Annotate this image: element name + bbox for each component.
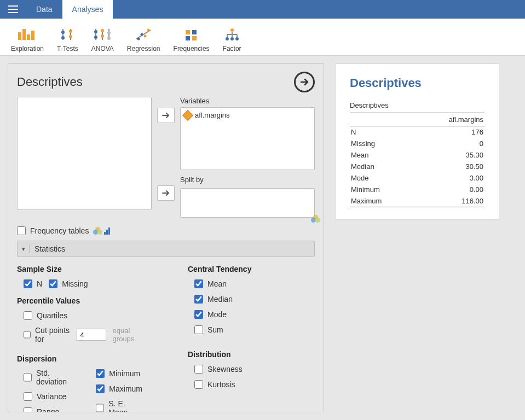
tab-analyses[interactable]: Analyses xyxy=(62,0,113,19)
results-row-value: 3.00 xyxy=(413,172,484,184)
results-title: Descriptives xyxy=(350,76,484,90)
svg-rect-0 xyxy=(8,5,18,7)
semean-checkbox[interactable] xyxy=(96,404,104,412)
svg-point-24 xyxy=(141,33,143,36)
svg-point-9 xyxy=(61,36,65,39)
std-label: Std. deviation xyxy=(36,369,79,386)
svg-rect-6 xyxy=(31,31,34,40)
freq-tables-checkbox[interactable] xyxy=(17,226,26,235)
results-row-value: 176 xyxy=(413,126,484,138)
sum-label: Sum xyxy=(207,325,223,334)
anova-icon xyxy=(92,25,113,44)
top-bar: Data Analyses xyxy=(0,0,525,19)
svg-point-38 xyxy=(235,37,239,40)
move-to-splitby-button[interactable] xyxy=(157,185,175,201)
sum-checkbox[interactable] xyxy=(194,325,203,334)
median-label: Median xyxy=(207,295,233,304)
ribbon-anova[interactable]: ANOVA xyxy=(85,19,120,55)
tab-data[interactable]: Data xyxy=(26,0,62,19)
n-checkbox[interactable] xyxy=(24,279,32,288)
results-row-label: Mode xyxy=(350,172,413,184)
arrow-right-icon xyxy=(162,190,170,196)
regression-icon xyxy=(134,25,153,44)
continuous-var-icon xyxy=(182,110,193,121)
variable-name: afl.margins xyxy=(195,111,230,119)
results-row-label: Maximum xyxy=(350,195,413,207)
freq-tables-label: Frequency tables xyxy=(30,226,89,235)
std-checkbox[interactable] xyxy=(24,373,32,382)
svg-point-26 xyxy=(147,28,150,31)
statistics-section-toggle[interactable]: ▾ Statistics xyxy=(17,241,315,257)
results-row: Mean35.30 xyxy=(350,149,484,161)
results-row: Minimum0.00 xyxy=(350,184,484,195)
ribbon-regression[interactable]: Regression xyxy=(120,19,167,55)
ribbon-label: Frequencies xyxy=(174,45,210,52)
results-row: Median30.50 xyxy=(350,161,484,172)
collapse-button[interactable] xyxy=(294,72,315,92)
mode-checkbox[interactable] xyxy=(194,310,203,319)
factor-icon xyxy=(224,25,240,44)
skewness-checkbox[interactable] xyxy=(194,365,203,374)
ribbon-label: Exploration xyxy=(11,45,44,52)
results-row-label: N xyxy=(350,126,413,138)
missing-label: Missing xyxy=(62,279,88,288)
maximum-checkbox[interactable] xyxy=(96,384,105,393)
ribbon-factor[interactable]: Factor xyxy=(216,19,248,55)
svg-rect-3 xyxy=(18,32,21,40)
menu-button[interactable] xyxy=(0,0,26,19)
svg-point-21 xyxy=(107,37,111,40)
range-checkbox[interactable] xyxy=(24,407,32,412)
variance-checkbox[interactable] xyxy=(24,392,32,401)
cutpoints-suffix: equal groups xyxy=(113,326,144,343)
ttests-icon xyxy=(59,25,76,44)
ribbon-frequencies[interactable]: Frequencies xyxy=(167,19,216,55)
group-sample-size: Sample Size xyxy=(17,265,144,273)
svg-point-23 xyxy=(137,37,140,40)
exploration-icon xyxy=(17,25,38,44)
chevron-down-icon: ▾ xyxy=(22,246,25,253)
available-variables-list[interactable] xyxy=(17,97,152,210)
svg-point-31 xyxy=(230,28,234,32)
ribbon-ttests[interactable]: T-Tests xyxy=(50,19,85,55)
results-row-value: 30.50 xyxy=(413,161,484,172)
ordinal-icon xyxy=(104,228,110,235)
variable-item[interactable]: afl.margins xyxy=(184,111,311,119)
svg-rect-27 xyxy=(186,30,190,34)
results-row-value: 0.00 xyxy=(413,184,484,195)
kurtosis-checkbox[interactable] xyxy=(194,380,203,389)
median-checkbox[interactable] xyxy=(194,295,203,304)
mean-checkbox[interactable] xyxy=(194,279,203,288)
variables-list[interactable]: afl.margins xyxy=(180,107,315,170)
hamburger-icon xyxy=(8,5,18,13)
svg-rect-30 xyxy=(192,36,197,40)
ribbon-exploration[interactable]: Exploration xyxy=(4,19,50,55)
quartiles-checkbox[interactable] xyxy=(24,311,32,320)
minimum-label: Minimum xyxy=(109,369,140,378)
cutpoints-input[interactable] xyxy=(77,329,106,341)
svg-point-11 xyxy=(69,30,72,33)
semean-label: S. E. Mean xyxy=(108,399,144,412)
splitby-label: Split by xyxy=(180,176,315,184)
move-to-variables-button[interactable] xyxy=(157,108,175,123)
n-label: N xyxy=(37,279,42,288)
maximum-label: Maximum xyxy=(109,384,142,393)
splitby-list[interactable] xyxy=(180,188,315,218)
ribbon-label: Factor xyxy=(223,45,241,52)
svg-point-8 xyxy=(61,31,65,34)
range-label: Range xyxy=(37,407,59,412)
svg-rect-2 xyxy=(8,12,18,13)
svg-point-20 xyxy=(107,31,111,34)
svg-point-12 xyxy=(69,35,72,38)
svg-point-15 xyxy=(94,36,97,39)
missing-checkbox[interactable] xyxy=(49,279,57,288)
svg-point-17 xyxy=(101,29,104,32)
mode-label: Mode xyxy=(207,310,227,319)
results-row-value: 35.30 xyxy=(413,149,484,161)
cutpoints-checkbox[interactable] xyxy=(24,330,31,339)
section-title: Statistics xyxy=(34,244,65,253)
results-row-label: Mean xyxy=(350,149,413,161)
skewness-label: Skewness xyxy=(207,365,243,374)
ribbon-label: ANOVA xyxy=(91,45,114,52)
minimum-checkbox[interactable] xyxy=(96,369,105,378)
group-distribution: Distribution xyxy=(188,350,315,359)
